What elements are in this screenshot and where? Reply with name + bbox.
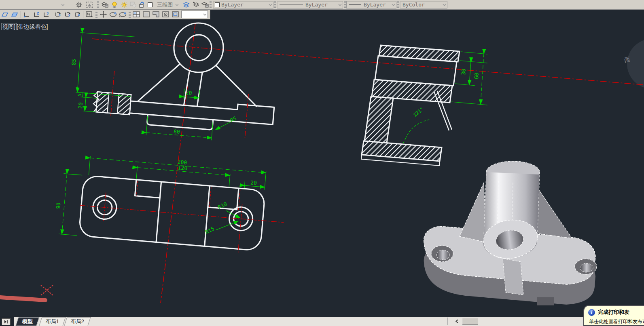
dim-90: 90	[55, 202, 61, 209]
section-view: 30 60 121°	[361, 45, 487, 166]
tab-model[interactable]: 模型	[16, 317, 40, 326]
viewcube-compass[interactable]: 西	[623, 39, 644, 89]
dim-20-thickness: 20	[77, 102, 84, 109]
ucs-icon	[0, 285, 53, 300]
chevron-left-icon	[455, 320, 458, 323]
layout-tab-bar: 模型 布局1 布局2	[0, 316, 644, 326]
viewport-controls[interactable]: 视图][带边缘着色]	[1, 23, 48, 31]
dim-angle: 121°	[412, 106, 425, 118]
viewport-view-label[interactable]: 视图]	[1, 23, 17, 30]
info-icon: i	[588, 309, 595, 316]
notification-balloon[interactable]: i 完成打印和发 单击此处查看打印和发布详细信息	[583, 305, 644, 326]
tab-nav-arrow-icon	[4, 320, 8, 324]
tab-layout1[interactable]: 布局1	[39, 317, 66, 326]
dim-30: 30	[460, 69, 467, 76]
tab-strip	[14, 317, 644, 326]
dim-120: 120	[178, 164, 188, 171]
scrollbar-divider	[447, 318, 448, 325]
notification-title: 完成打印和发	[598, 309, 629, 316]
tab-layout2[interactable]: 布局2	[64, 317, 91, 326]
viewport-shade-label[interactable]: [带边缘着色]	[17, 23, 48, 30]
dim-20: 20	[250, 179, 257, 186]
dim-85: 85	[71, 59, 77, 65]
tab-nav-button[interactable]	[2, 318, 11, 325]
dim-20-column: 20	[185, 90, 192, 96]
dim-60: 60	[473, 73, 480, 80]
dim-5: 5	[77, 94, 82, 97]
notification-body-link[interactable]: 单击此处查看打印和发布详细信息	[589, 318, 644, 325]
top-view: 200 120 20 90 R10 R15	[53, 149, 288, 257]
front-view: 85 5 20 20 80 R5	[66, 13, 280, 145]
dim-80: 80	[174, 128, 180, 135]
shaded-3d-model	[424, 161, 597, 305]
scrollbar-left-button[interactable]	[454, 318, 460, 324]
cad-drawing: 西	[0, 0, 644, 326]
scrollbar-thumb[interactable]	[462, 318, 478, 325]
